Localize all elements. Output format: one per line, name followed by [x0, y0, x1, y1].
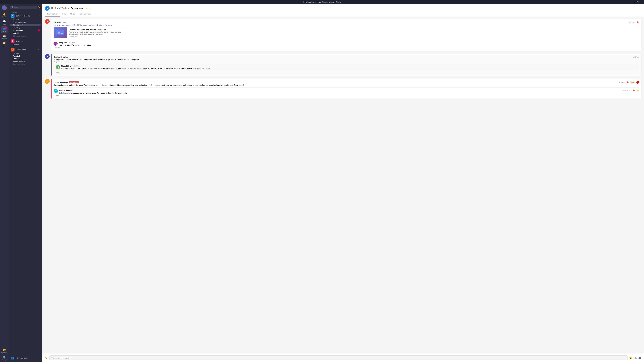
- compose-placeholder: Start a new conversation: [52, 357, 70, 359]
- window-controls[interactable]: — ☐ ✕: [633, 1, 642, 3]
- favorite-star-button[interactable]: ★: [86, 7, 88, 10]
- sidebar-item-files[interactable]: 📁 Files: [1, 41, 8, 47]
- team-fourth-coffee[interactable]: ☕ Fourth Coffee ···: [10, 47, 40, 52]
- mention-jakob[interactable]: Jakob: [174, 67, 178, 69]
- sidebar-item-chat[interactable]: 💬 Chat: [1, 19, 8, 26]
- team-avatar-northwind: [11, 14, 14, 18]
- meeting-button[interactable]: 📹: [638, 357, 641, 360]
- forward-button[interactable]: ›: [4, 1, 4, 3]
- channel-tabs: Conversation Files Notes Team Services +: [45, 12, 641, 17]
- reaction-count: 6: [634, 81, 634, 83]
- create-team-button[interactable]: 👥+ Create a team: [10, 356, 40, 361]
- channel-name: General: [13, 52, 19, 54]
- channel-nt-social-media[interactable]: Social Media 2: [10, 29, 40, 32]
- channel-nt-marketing[interactable]: Marketing: [10, 26, 40, 29]
- channel-d-general[interactable]: General: [10, 43, 40, 46]
- search-box[interactable]: 🔍: [10, 6, 37, 9]
- fourth-coffee-more-channels[interactable]: 4 more channels: [10, 63, 40, 66]
- sidebar-item-feedback[interactable]: 😊 Feedback: [1, 348, 8, 354]
- msg-author: Babek Shammas: [54, 81, 68, 83]
- reply-author: Kadji Bell: [59, 42, 67, 44]
- bookmark-icon[interactable]: 🔖: [626, 81, 629, 83]
- feedback-label: Feedback: [1, 352, 7, 354]
- message-block: CD Cecily De Crum 11:00 am 🔖 http://www.…: [45, 19, 641, 51]
- msg-content: Babek Shammas !!IMPORTANT 11:24 am 🔖 👍 6…: [51, 79, 641, 99]
- msg-content: Cecily De Crum 11:00 am 🔖 http://www.con…: [51, 19, 641, 51]
- tab-conversation[interactable]: Conversation: [45, 12, 60, 17]
- nested-text-before: I don't know what is causing this just y…: [61, 67, 174, 69]
- compose-input[interactable]: Start a new conversation: [49, 356, 628, 361]
- reply-bookmark-button[interactable]: 🔖: [632, 89, 635, 92]
- titlebar-title: Development (Northwind Traders) | Micros…: [304, 1, 341, 3]
- tab-team-services[interactable]: Team Services: [77, 12, 93, 17]
- reply-avatar: KB: [54, 42, 58, 46]
- teams-label: Teams: [2, 31, 6, 32]
- search-container: 🔍 ✏️: [8, 4, 42, 10]
- msg-link[interactable]: http://www.contoso.com/3054433/the-most-…: [54, 24, 112, 26]
- channel-fc-fun-stuff[interactable]: Fun stuff: [10, 55, 40, 57]
- reply-content: Kadji Bell 11:02 am I love this article!…: [59, 42, 91, 46]
- channel-fc-marketing[interactable]: Marketing: [10, 57, 40, 60]
- emoji-button[interactable]: 😊: [629, 357, 632, 360]
- channel-nt-customer-accounts[interactable]: Customer Accounts: [10, 21, 40, 23]
- reply-header: Daniela Mandera 11:26am ··· 🔖 👍: [59, 89, 639, 92]
- reply-like-button[interactable]: 👍: [636, 89, 639, 92]
- header-more-button[interactable]: ···: [90, 7, 91, 9]
- msg-text: Just sending some kudos to the team! The…: [54, 84, 639, 86]
- reply-more-button[interactable]: ···: [629, 89, 631, 92]
- thumbs-up-reaction[interactable]: 👍 6: [630, 81, 635, 83]
- team-designers[interactable]: D Designers ···: [10, 39, 40, 43]
- tab-files[interactable]: Files: [60, 12, 68, 17]
- channel-fc-weekly-specials[interactable]: Weekly Specials: [10, 60, 40, 63]
- svg-rect-2: [56, 30, 64, 35]
- maximize-button[interactable]: ☐: [637, 1, 639, 3]
- channel-nt-development[interactable]: Development: [10, 23, 40, 26]
- chat-label: Chat: [3, 23, 6, 25]
- reply-button[interactable]: ↩ Reply: [54, 95, 639, 97]
- close-button[interactable]: ✕: [641, 1, 642, 3]
- online-indicator: [48, 22, 50, 24]
- main-header: Northwind Traders › Development ★ ··· Co…: [42, 4, 644, 17]
- northwind-team-name: Northwind Traders: [16, 15, 37, 17]
- minimize-button[interactable]: —: [633, 1, 635, 3]
- sidebar-item-teams[interactable]: 2 👥 Teams: [1, 26, 8, 33]
- add-tab-button[interactable]: +: [93, 12, 98, 17]
- reply-text-after: , thanks for passing along the good news…: [64, 92, 127, 94]
- northwind-more-button[interactable]: ···: [38, 14, 40, 17]
- compose-actions: 😊 📎 📹: [629, 357, 641, 360]
- channel-fc-general[interactable]: General: [10, 52, 40, 55]
- rail-bottom: 😊 Feedback ⚙️ Settings: [1, 348, 8, 362]
- fourth-coffee-more-button[interactable]: ···: [38, 48, 40, 51]
- reply-icon: ↩: [54, 72, 55, 74]
- reply-button[interactable]: ↩ Reply: [54, 47, 639, 49]
- channel-nt-general[interactable]: General: [10, 18, 40, 21]
- compose-icon[interactable]: ✏️: [38, 6, 40, 8]
- titlebar-navigation[interactable]: ‹ ›: [2, 1, 4, 3]
- channel-nt-website[interactable]: Website: [10, 32, 40, 34]
- channel-name: Weekly Specials: [13, 60, 25, 62]
- designers-team-name: Designers: [16, 40, 37, 42]
- search-input[interactable]: [14, 6, 36, 8]
- thread-replies[interactable]: Kadji and Jakob replied: [54, 61, 639, 63]
- reply-icon: ↩: [54, 47, 55, 49]
- compose-format-icon[interactable]: ✏️: [45, 357, 48, 360]
- bookmark-icon[interactable]: 🔖: [636, 21, 639, 23]
- team-northwind-traders[interactable]: Northwind Traders ···: [10, 13, 40, 18]
- user-avatar[interactable]: U: [2, 5, 7, 10]
- mention-babek[interactable]: Babek: [59, 92, 64, 94]
- msg-header: Babek Shammas !!IMPORTANT 11:24 am 🔖 👍 6…: [54, 81, 639, 84]
- back-button[interactable]: ‹: [2, 1, 2, 3]
- reply-button[interactable]: ↩ Reply: [54, 72, 639, 74]
- sidebar-item-activity[interactable]: 🔔 Activity: [1, 12, 8, 18]
- designers-more-button[interactable]: ···: [38, 40, 40, 42]
- link-card-source: Contoso.com: [69, 36, 124, 37]
- northwind-more-channels[interactable]: 32 more channels: [10, 34, 40, 37]
- reply-author: Daniela Mandera: [59, 89, 73, 91]
- sidebar-item-meetings[interactable]: 📅 Meetings: [1, 33, 8, 40]
- sidebar-item-settings[interactable]: ⚙️ Settings: [1, 355, 8, 362]
- attachment-button[interactable]: 📎: [634, 357, 637, 360]
- tab-notes[interactable]: Notes: [68, 12, 77, 17]
- important-badge: !!IMPORTANT: [69, 81, 79, 83]
- search-icon: 🔍: [12, 6, 14, 8]
- exclaim-badge: !: [636, 81, 639, 84]
